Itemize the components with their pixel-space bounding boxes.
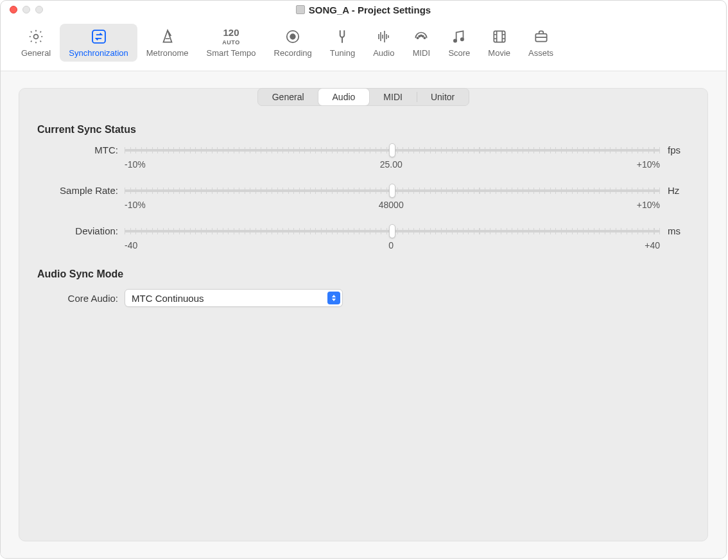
film-icon xyxy=(490,28,508,46)
tab-midi[interactable]: MIDI xyxy=(369,89,417,105)
svg-point-5 xyxy=(420,35,422,36)
metronome-icon xyxy=(159,28,177,46)
svg-point-6 xyxy=(424,37,426,39)
toolbar-smart-tempo-label: Smart Tempo xyxy=(207,48,256,58)
svg-point-10 xyxy=(461,38,464,40)
toolbar-synchronization[interactable]: Synchronization xyxy=(60,24,137,62)
toolbar-smart-tempo[interactable]: 120AUTO Smart Tempo xyxy=(198,24,265,62)
label-samplerate: Sample Rate: xyxy=(37,185,118,196)
slider-samplerate[interactable] xyxy=(125,186,660,196)
toolbar: General Synchronization Metronome 120AUT… xyxy=(1,19,726,71)
section-sync-status: Current Sync Status xyxy=(37,124,689,136)
scale-deviation-center: 0 xyxy=(388,240,394,250)
scale-deviation-right: +40 xyxy=(645,240,660,250)
label-mtc: MTC: xyxy=(37,144,118,155)
scale-samplerate-right: +10% xyxy=(637,200,660,210)
toolbar-midi[interactable]: MIDI xyxy=(403,24,439,62)
toolbar-metronome-label: Metronome xyxy=(146,48,189,58)
scale-deviation-left: -40 xyxy=(125,240,137,250)
app-icon xyxy=(296,5,305,14)
scale-samplerate-center: 48000 xyxy=(379,200,404,210)
svg-point-8 xyxy=(422,35,424,37)
record-icon xyxy=(284,28,302,46)
chevron-updown-icon xyxy=(327,292,340,304)
scale-mtc-center: 25.00 xyxy=(380,159,403,170)
dropdown-core-audio-value: MTC Continuous xyxy=(132,293,204,304)
tab-general[interactable]: General xyxy=(258,89,318,105)
waveform-icon xyxy=(375,28,393,46)
smart-tempo-icon: 120AUTO xyxy=(222,28,240,46)
window-title-text: SONG_A - Project Settings xyxy=(309,4,431,15)
window-close-button[interactable] xyxy=(10,6,17,13)
svg-point-7 xyxy=(419,35,420,37)
content-area: General Audio MIDI Unitor Current Sync S… xyxy=(1,71,726,558)
toolbar-movie[interactable]: Movie xyxy=(479,24,519,62)
toolbar-assets-label: Assets xyxy=(528,48,553,58)
tuning-fork-icon xyxy=(333,28,351,46)
traffic-lights xyxy=(1,6,43,13)
toolbar-assets[interactable]: Assets xyxy=(519,24,562,62)
dropdown-core-audio[interactable]: MTC Continuous xyxy=(125,289,343,307)
svg-point-3 xyxy=(290,34,295,39)
label-core-audio: Core Audio: xyxy=(37,293,118,304)
toolbar-movie-label: Movie xyxy=(488,48,510,58)
titlebar: SONG_A - Project Settings xyxy=(1,1,726,19)
slider-samplerate-thumb[interactable] xyxy=(389,184,395,198)
row-mtc: MTC: fps -10% 25.00 +10% xyxy=(37,144,689,170)
sync-icon xyxy=(90,28,108,46)
toolbar-tuning[interactable]: Tuning xyxy=(321,24,364,62)
toolbar-audio[interactable]: Audio xyxy=(364,24,403,62)
scale-mtc-left: -10% xyxy=(125,159,146,170)
window-title: SONG_A - Project Settings xyxy=(1,4,726,15)
settings-window: SONG_A - Project Settings General Synchr… xyxy=(0,0,727,559)
row-core-audio: Core Audio: MTC Continuous xyxy=(37,289,689,307)
svg-point-9 xyxy=(454,39,456,42)
slider-mtc-thumb[interactable] xyxy=(389,143,395,157)
briefcase-icon xyxy=(532,28,550,46)
unit-samplerate: Hz xyxy=(668,185,689,196)
toolbar-score-label: Score xyxy=(448,48,470,58)
scale-mtc-right: +10% xyxy=(637,159,660,170)
unit-mtc: fps xyxy=(668,144,689,155)
svg-point-4 xyxy=(417,37,419,39)
row-deviation: Deviation: ms -40 0 +40 xyxy=(37,225,689,250)
toolbar-audio-label: Audio xyxy=(373,48,394,58)
sync-tabs: General Audio MIDI Unitor xyxy=(257,88,470,106)
toolbar-recording[interactable]: Recording xyxy=(265,24,321,62)
toolbar-synchronization-label: Synchronization xyxy=(69,48,128,58)
slider-deviation-thumb[interactable] xyxy=(389,224,395,238)
midi-icon xyxy=(412,28,430,46)
window-zoom-button[interactable] xyxy=(35,6,43,13)
gear-icon xyxy=(27,28,45,46)
toolbar-general-label: General xyxy=(21,48,51,58)
toolbar-metronome[interactable]: Metronome xyxy=(137,24,198,62)
unit-deviation: ms xyxy=(668,225,689,236)
tab-audio[interactable]: Audio xyxy=(318,89,370,105)
svg-rect-1 xyxy=(92,30,105,43)
sync-panel: General Audio MIDI Unitor Current Sync S… xyxy=(19,88,708,541)
svg-rect-11 xyxy=(494,31,505,42)
toolbar-midi-label: MIDI xyxy=(413,48,430,58)
notes-icon xyxy=(450,28,468,46)
toolbar-general[interactable]: General xyxy=(12,24,60,62)
slider-mtc[interactable] xyxy=(125,145,660,155)
svg-point-0 xyxy=(34,35,39,39)
slider-deviation[interactable] xyxy=(125,226,660,236)
tab-unitor[interactable]: Unitor xyxy=(417,89,469,105)
label-deviation: Deviation: xyxy=(37,225,118,236)
window-minimize-button[interactable] xyxy=(22,6,30,13)
scale-samplerate-left: -10% xyxy=(125,200,146,210)
section-audio-sync-mode: Audio Sync Mode xyxy=(37,268,689,280)
row-samplerate: Sample Rate: Hz -10% 48000 +10% xyxy=(37,185,689,210)
toolbar-tuning-label: Tuning xyxy=(330,48,355,58)
toolbar-recording-label: Recording xyxy=(274,48,312,58)
toolbar-score[interactable]: Score xyxy=(439,24,479,62)
